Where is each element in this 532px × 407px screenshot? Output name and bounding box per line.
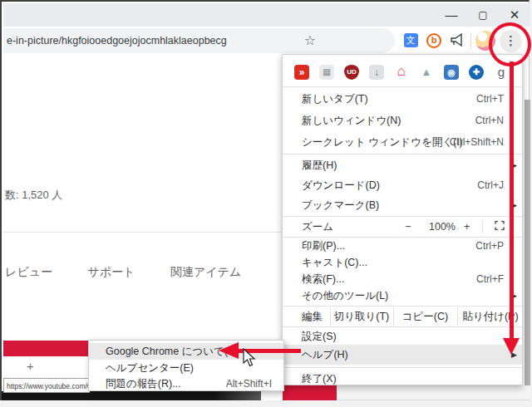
map-extension-icon[interactable]: ◉ <box>444 65 459 80</box>
bookmark-star-icon[interactable]: ☆ <box>301 32 319 50</box>
menu-zoom-row: ズーム − 100% + <box>283 218 522 236</box>
menu-separator <box>283 86 522 87</box>
status-bar: https://www.youtube.com/watch <box>3 378 90 393</box>
menu-separator <box>283 367 522 368</box>
menu-item-print[interactable]: 印刷(P)... Ctrl+P <box>283 238 522 254</box>
annotation-arrow-down-shaft <box>510 61 514 338</box>
menu-item-cast[interactable]: キャスト(C)... <box>283 254 522 271</box>
zoom-value: 100% <box>426 221 459 233</box>
page-footer-area <box>337 385 530 400</box>
zoom-in-button[interactable]: + <box>464 221 470 233</box>
menu-separator <box>283 154 522 154</box>
minimize-button[interactable]: — <box>436 3 467 27</box>
page-tabs: レビュー サポート 関連アイテム <box>5 264 273 280</box>
translate-extension-icon[interactable]: 文 <box>401 32 420 50</box>
menu-extension-row: » ▤ UD ↓ ⌂ ▲ ◉ ✚ g <box>294 60 509 85</box>
menu-item-history[interactable]: 履歴(H) ▶ <box>283 155 522 175</box>
menu-item-more-tools[interactable]: その他のツール(L) ▶ <box>283 287 522 304</box>
chrome-main-menu: » ▤ UD ↓ ⌂ ▲ ◉ ✚ g 新しいタブ(T) Ctrl+T 新しいウィ… <box>282 54 523 385</box>
title-bar: — ▢ ✕ <box>3 3 530 27</box>
tab-reviews[interactable]: レビュー <box>5 265 52 280</box>
page-red-banner-right <box>283 385 337 400</box>
status-url-text: https://www.youtube.com/watch <box>7 382 90 390</box>
download-extension-icon[interactable]: ↓ <box>369 65 384 80</box>
mouse-cursor <box>243 348 257 371</box>
edit-cut-button[interactable]: 切り取り(T) <box>330 307 393 326</box>
menu-item-downloads[interactable]: ダウンロード(D) Ctrl+J <box>283 175 522 195</box>
annotation-arrow-left-head <box>219 342 239 359</box>
tab-related[interactable]: 関連アイテム <box>170 265 241 280</box>
zoom-out-button[interactable]: − <box>405 221 411 233</box>
zoom-divider <box>482 220 483 233</box>
notes-extension-icon[interactable]: ▤ <box>319 65 334 80</box>
url-text: e-in-picture/hkgfoiooedgoejojocmhlaklaeo… <box>7 35 227 47</box>
menu-item-new-window[interactable]: 新しいウィンドウ(N) Ctrl+N <box>283 110 522 131</box>
tab-support[interactable]: サポート <box>87 265 135 280</box>
browser-window: — ▢ ✕ e-in-picture/hkgfoiooedgoejojocmhl… <box>0 0 530 400</box>
menu-item-incognito[interactable]: シークレット ウィンドウを開く(I) Ctrl+Shift+N <box>283 131 522 153</box>
orange-b-extension-icon[interactable]: b <box>425 32 443 50</box>
page-scrollbar[interactable] <box>525 100 530 385</box>
menu-edit-row: 編集 切り取り(T) コピー(C) 貼り付け(P) <box>283 307 522 326</box>
edit-copy-button[interactable]: コピー(C) <box>393 307 457 326</box>
menu-item-help[interactable]: ヘルプ(H) ▶ <box>283 345 522 365</box>
wheel-extension-icon[interactable]: ✚ <box>469 65 484 80</box>
toolbar: e-in-picture/hkgfoiooedgoejojocmhlaklaeo… <box>3 27 530 55</box>
drive-extension-icon[interactable]: ▲ <box>419 65 434 80</box>
menu-item-new-tab[interactable]: 新しいタブ(T) Ctrl+T <box>283 88 522 110</box>
shield-ud-extension-icon[interactable]: UD <box>344 65 359 80</box>
submenu-item-report-issue[interactable]: 問題の報告(R)... Alt+Shift+I <box>89 375 283 391</box>
megaphone-extension-icon[interactable] <box>448 32 466 50</box>
menu-item-exit[interactable]: 終了(X) <box>283 370 522 387</box>
fullscreen-icon[interactable] <box>495 221 505 233</box>
fast-forward-extension-icon[interactable]: » <box>294 65 309 80</box>
g-extension-icon[interactable]: g <box>494 65 509 80</box>
home-extension-icon[interactable]: ⌂ <box>394 65 409 80</box>
screenshot-frame: — ▢ ✕ e-in-picture/hkgfoiooedgoejojocmhl… <box>0 0 532 407</box>
maximize-button[interactable]: ▢ <box>467 3 499 27</box>
annotation-circle-menu-button <box>489 22 531 66</box>
menu-item-find[interactable]: 検索(F)... Ctrl+F <box>283 271 522 287</box>
expand-plus[interactable]: + <box>27 359 34 373</box>
edit-paste-button[interactable]: 貼り付け(P) <box>457 307 524 326</box>
page-divider <box>3 232 282 233</box>
menu-separator <box>283 326 522 327</box>
menu-item-settings[interactable]: 設定(S) <box>283 328 522 345</box>
annotation-arrow-down-head <box>503 338 520 355</box>
menu-separator <box>283 306 522 306</box>
menu-separator <box>283 216 522 217</box>
menu-item-bookmarks[interactable]: ブックマーク(B) ▶ <box>283 195 522 215</box>
user-count-text: 数: 1,520 人 <box>5 188 62 203</box>
toolbar-separator <box>470 32 471 49</box>
address-bar[interactable]: e-in-picture/hkgfoiooedgoejojocmhlaklaeo… <box>3 28 395 53</box>
